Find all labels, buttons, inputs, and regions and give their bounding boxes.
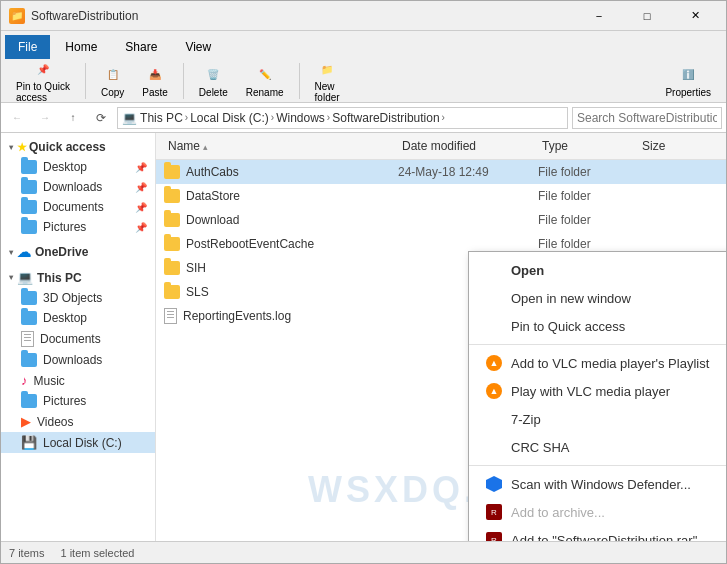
pin-icon: 📌 — [33, 59, 53, 79]
onedrive-header[interactable]: ▾ ☁ OneDrive — [1, 241, 155, 263]
path-localdisk[interactable]: Local Disk (C:) — [190, 111, 269, 125]
ctx-vlc-play-label: Play with VLC media player — [511, 384, 670, 399]
disk-icon: 💾 — [21, 435, 37, 450]
path-softdist[interactable]: SoftwareDistribution — [332, 111, 439, 125]
ribbon-paste-btn[interactable]: 📥 Paste — [135, 62, 175, 101]
file-item-datastore[interactable]: DataStore File folder — [156, 184, 726, 208]
sidebar-item-desktop-pc[interactable]: Desktop — [1, 308, 155, 328]
col-name-header[interactable]: Name ▴ — [164, 137, 398, 155]
ctx-7zip-icon — [485, 410, 503, 428]
sidebar-item-desktop-pc-label: Desktop — [43, 311, 87, 325]
ctx-pin-label: Pin to Quick access — [511, 319, 625, 334]
pin-icon-downloads: 📌 — [135, 182, 147, 193]
ribbon-copy-btn[interactable]: 📋 Copy — [94, 62, 131, 101]
minimize-button[interactable]: − — [576, 1, 622, 31]
sidebar-item-documents-pc[interactable]: Documents — [1, 328, 155, 350]
sidebar-item-3dobjects[interactable]: 3D Objects — [1, 288, 155, 308]
folder-blue-icon3 — [21, 220, 37, 234]
ribbon-pin-btn[interactable]: 📌 Pin to Quickaccess — [9, 56, 77, 106]
path-thispc[interactable]: 💻 This PC — [122, 111, 183, 125]
ribbon-buttons: 📌 Pin to Quickaccess 📋 Copy 📥 Paste 🗑️ D… — [1, 59, 726, 103]
address-path[interactable]: 💻 This PC › Local Disk (C:) › Windows › … — [117, 107, 568, 129]
onedrive-section: ▾ ☁ OneDrive — [1, 241, 155, 263]
ribbon-rename-btn[interactable]: ✏️ Rename — [239, 62, 291, 101]
ribbon-properties-btn[interactable]: ℹ️ Properties — [658, 62, 718, 101]
close-button[interactable]: ✕ — [672, 1, 718, 31]
ctx-add-archive-label: Add to archive... — [511, 505, 605, 520]
video-icon: ▶ — [21, 414, 31, 429]
content-header: Name ▴ Date modified Type Size — [156, 133, 726, 160]
ctx-open[interactable]: Open — [469, 256, 726, 284]
ctx-vlc-play[interactable]: ▲ Play with VLC media player — [469, 377, 726, 405]
ctx-7zip[interactable]: 7-Zip ❯ — [469, 405, 726, 433]
main-area: ▾ ★ Quick access Desktop 📌 Downloads 📌 D… — [1, 133, 726, 541]
ctx-pin-icon — [485, 317, 503, 335]
tab-view[interactable]: View — [172, 35, 224, 59]
forward-button[interactable]: → — [33, 106, 57, 130]
context-menu: Open Open in new window Pin to Quick acc… — [468, 251, 726, 541]
file-authcabs-name: AuthCabs — [186, 165, 239, 179]
col-date-header[interactable]: Date modified — [398, 137, 538, 155]
sidebar-item-downloads-quick[interactable]: Downloads 📌 — [1, 177, 155, 197]
sidebar-item-documents-pc-label: Documents — [40, 332, 101, 346]
copy-icon: 📋 — [103, 65, 123, 85]
col-name-label: Name — [168, 139, 200, 153]
search-box[interactable] — [572, 107, 722, 129]
ctx-crc-label: CRC SHA — [511, 440, 570, 455]
ribbon-separator2 — [183, 63, 184, 99]
file-authcabs-date: 24-May-18 12:49 — [398, 165, 538, 179]
ctx-open-new-window-label: Open in new window — [511, 291, 631, 306]
folder-download-icon — [21, 180, 37, 194]
status-bar: 7 items 1 item selected — [1, 541, 726, 563]
path-windows[interactable]: Windows — [276, 111, 325, 125]
folder-desktop-icon — [21, 311, 37, 325]
ctx-add-rar[interactable]: R Add to "SoftwareDistribution.rar" — [469, 526, 726, 541]
ctx-crc-sha[interactable]: CRC SHA ❯ — [469, 433, 726, 461]
sidebar-item-pictures-pc-label: Pictures — [43, 394, 86, 408]
ctx-add-archive[interactable]: R Add to archive... — [469, 498, 726, 526]
ctx-new-window-icon — [485, 289, 503, 307]
ctx-vlc-playlist[interactable]: ▲ Add to VLC media player's Playlist — [469, 349, 726, 377]
sidebar-item-localdisk[interactable]: 💾 Local Disk (C:) — [1, 432, 155, 453]
ctx-sep1 — [469, 344, 726, 345]
tab-share[interactable]: Share — [112, 35, 170, 59]
doc-reporting-icon — [164, 308, 177, 324]
folder-pictures-icon — [21, 394, 37, 408]
ctx-open-icon — [485, 261, 503, 279]
ctx-crc-icon — [485, 438, 503, 456]
thispc-header[interactable]: ▾ 💻 This PC — [1, 267, 155, 288]
file-item-download[interactable]: Download File folder — [156, 208, 726, 232]
sidebar-item-music[interactable]: ♪ Music — [1, 370, 155, 391]
file-explorer-window: 📁 SoftwareDistribution − □ ✕ File Home S… — [0, 0, 727, 564]
maximize-button[interactable]: □ — [624, 1, 670, 31]
search-input[interactable] — [577, 111, 717, 125]
ctx-open-new-window[interactable]: Open in new window — [469, 284, 726, 312]
up-button[interactable]: ↑ — [61, 106, 85, 130]
folder-blue-icon — [21, 160, 37, 174]
ribbon: File Home Share View 📌 Pin to Quickacces… — [1, 31, 726, 103]
rename-icon: ✏️ — [255, 65, 275, 85]
quick-access-label: Quick access — [29, 140, 106, 154]
sidebar-item-desktop-quick[interactable]: Desktop 📌 — [1, 157, 155, 177]
delete-icon: 🗑️ — [203, 65, 223, 85]
ribbon-delete-btn[interactable]: 🗑️ Delete — [192, 62, 235, 101]
address-bar: ← → ↑ ⟳ 💻 This PC › Local Disk (C:) › Wi… — [1, 103, 726, 133]
sidebar-item-pictures-pc[interactable]: Pictures — [1, 391, 155, 411]
col-size-header[interactable]: Size — [638, 137, 718, 155]
ctx-scan-defender[interactable]: Scan with Windows Defender... — [469, 470, 726, 498]
col-type-header[interactable]: Type — [538, 137, 638, 155]
ctx-pin-quick-access[interactable]: Pin to Quick access — [469, 312, 726, 340]
quick-access-section: ▾ ★ Quick access Desktop 📌 Downloads 📌 D… — [1, 137, 155, 237]
ribbon-newfolder-btn[interactable]: 📁 Newfolder — [308, 56, 347, 106]
sidebar-item-music-label: Music — [34, 374, 65, 388]
quick-access-header[interactable]: ▾ ★ Quick access — [1, 137, 155, 157]
newfolder-icon: 📁 — [317, 59, 337, 79]
sidebar-item-downloads-pc[interactable]: Downloads — [1, 350, 155, 370]
star-icon: ★ — [17, 141, 27, 154]
sidebar-item-pictures-quick[interactable]: Pictures 📌 — [1, 217, 155, 237]
refresh-button[interactable]: ⟳ — [89, 106, 113, 130]
file-item-authcabs[interactable]: AuthCabs 24-May-18 12:49 File folder — [156, 160, 726, 184]
sidebar-item-videos[interactable]: ▶ Videos — [1, 411, 155, 432]
sidebar-item-documents-quick[interactable]: Documents 📌 — [1, 197, 155, 217]
back-button[interactable]: ← — [5, 106, 29, 130]
